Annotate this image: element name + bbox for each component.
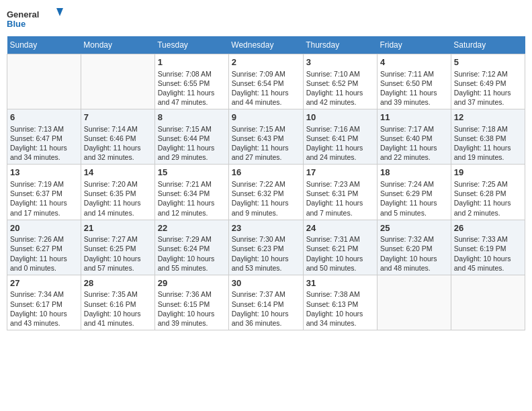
calendar-cell: 9Sunrise: 7:15 AMSunset: 6:43 PMDaylight… bbox=[228, 109, 303, 165]
day-number: 30 bbox=[232, 277, 300, 289]
week-row-1: 6Sunrise: 7:13 AMSunset: 6:47 PMDaylight… bbox=[7, 109, 525, 165]
day-number: 21 bbox=[84, 222, 152, 234]
header-friday: Friday bbox=[377, 36, 451, 54]
logo: General Blue bbox=[7, 7, 67, 31]
day-number: 3 bbox=[306, 56, 374, 68]
header-saturday: Saturday bbox=[451, 36, 525, 54]
cell-info: Sunrise: 7:15 AMSunset: 6:43 PMDaylight:… bbox=[232, 124, 300, 163]
day-number: 5 bbox=[454, 56, 522, 68]
calendar-cell: 23Sunrise: 7:30 AMSunset: 6:23 PMDayligh… bbox=[228, 220, 303, 275]
svg-text:General: General bbox=[7, 9, 39, 19]
week-row-0: 1Sunrise: 7:08 AMSunset: 6:55 PMDaylight… bbox=[7, 54, 525, 109]
calendar-cell: 10Sunrise: 7:16 AMSunset: 6:41 PMDayligh… bbox=[303, 109, 377, 165]
calendar-cell: 24Sunrise: 7:31 AMSunset: 6:21 PMDayligh… bbox=[303, 220, 377, 275]
cell-info: Sunrise: 7:26 AMSunset: 6:27 PMDaylight:… bbox=[10, 234, 78, 273]
calendar-cell: 4Sunrise: 7:11 AMSunset: 6:50 PMDaylight… bbox=[377, 54, 451, 109]
day-number: 27 bbox=[10, 277, 78, 289]
logo-icon: General Blue bbox=[7, 7, 67, 31]
cell-info: Sunrise: 7:18 AMSunset: 6:38 PMDaylight:… bbox=[454, 124, 522, 163]
calendar-cell bbox=[7, 54, 81, 109]
header-wednesday: Wednesday bbox=[228, 36, 303, 54]
cell-info: Sunrise: 7:22 AMSunset: 6:32 PMDaylight:… bbox=[232, 179, 300, 218]
cell-info: Sunrise: 7:20 AMSunset: 6:35 PMDaylight:… bbox=[84, 179, 152, 218]
cell-info: Sunrise: 7:30 AMSunset: 6:23 PMDaylight:… bbox=[232, 234, 300, 273]
day-number: 28 bbox=[84, 277, 152, 289]
day-number: 19 bbox=[454, 167, 522, 179]
cell-info: Sunrise: 7:12 AMSunset: 6:49 PMDaylight:… bbox=[454, 69, 522, 107]
cell-info: Sunrise: 7:27 AMSunset: 6:25 PMDaylight:… bbox=[84, 234, 152, 273]
cell-info: Sunrise: 7:24 AMSunset: 6:29 PMDaylight:… bbox=[380, 179, 448, 218]
calendar-cell: 2Sunrise: 7:09 AMSunset: 6:54 PMDaylight… bbox=[228, 54, 303, 109]
calendar-cell: 31Sunrise: 7:38 AMSunset: 6:13 PMDayligh… bbox=[303, 275, 377, 330]
day-number: 16 bbox=[232, 167, 300, 179]
calendar-cell: 16Sunrise: 7:22 AMSunset: 6:32 PMDayligh… bbox=[228, 165, 303, 220]
day-number: 22 bbox=[158, 222, 226, 234]
cell-info: Sunrise: 7:35 AMSunset: 6:16 PMDaylight:… bbox=[84, 289, 152, 328]
calendar-table: SundayMondayTuesdayWednesdayThursdayFrid… bbox=[7, 36, 525, 330]
calendar-cell: 19Sunrise: 7:25 AMSunset: 6:28 PMDayligh… bbox=[451, 165, 525, 220]
calendar-cell: 21Sunrise: 7:27 AMSunset: 6:25 PMDayligh… bbox=[81, 220, 154, 275]
cell-info: Sunrise: 7:25 AMSunset: 6:28 PMDaylight:… bbox=[454, 179, 522, 218]
cell-info: Sunrise: 7:17 AMSunset: 6:40 PMDaylight:… bbox=[380, 124, 448, 163]
day-number: 24 bbox=[306, 222, 374, 234]
calendar-cell: 30Sunrise: 7:37 AMSunset: 6:14 PMDayligh… bbox=[228, 275, 303, 330]
cell-info: Sunrise: 7:36 AMSunset: 6:15 PMDaylight:… bbox=[158, 289, 226, 328]
cell-info: Sunrise: 7:16 AMSunset: 6:41 PMDaylight:… bbox=[306, 124, 374, 163]
week-row-4: 27Sunrise: 7:34 AMSunset: 6:17 PMDayligh… bbox=[7, 275, 525, 330]
calendar-cell: 28Sunrise: 7:35 AMSunset: 6:16 PMDayligh… bbox=[81, 275, 154, 330]
cell-info: Sunrise: 7:38 AMSunset: 6:13 PMDaylight:… bbox=[306, 289, 374, 328]
day-number: 18 bbox=[380, 167, 448, 179]
header-sunday: Sunday bbox=[7, 36, 81, 54]
day-number: 31 bbox=[306, 277, 374, 289]
day-number: 15 bbox=[158, 167, 226, 179]
day-number: 17 bbox=[306, 167, 374, 179]
calendar-cell: 11Sunrise: 7:17 AMSunset: 6:40 PMDayligh… bbox=[377, 109, 451, 165]
calendar-cell: 29Sunrise: 7:36 AMSunset: 6:15 PMDayligh… bbox=[154, 275, 228, 330]
calendar-cell: 6Sunrise: 7:13 AMSunset: 6:47 PMDaylight… bbox=[7, 109, 81, 165]
day-number: 7 bbox=[84, 111, 152, 124]
cell-info: Sunrise: 7:13 AMSunset: 6:47 PMDaylight:… bbox=[10, 124, 78, 163]
calendar-cell: 14Sunrise: 7:20 AMSunset: 6:35 PMDayligh… bbox=[81, 165, 154, 220]
calendar-cell: 15Sunrise: 7:21 AMSunset: 6:34 PMDayligh… bbox=[154, 165, 228, 220]
calendar-cell: 13Sunrise: 7:19 AMSunset: 6:37 PMDayligh… bbox=[7, 165, 81, 220]
day-number: 9 bbox=[232, 111, 300, 124]
week-row-2: 13Sunrise: 7:19 AMSunset: 6:37 PMDayligh… bbox=[7, 165, 525, 220]
header-monday: Monday bbox=[81, 36, 154, 54]
day-number: 1 bbox=[158, 56, 226, 68]
calendar-cell: 8Sunrise: 7:15 AMSunset: 6:44 PMDaylight… bbox=[154, 109, 228, 165]
header-tuesday: Tuesday bbox=[154, 36, 228, 54]
cell-info: Sunrise: 7:33 AMSunset: 6:19 PMDaylight:… bbox=[454, 234, 522, 273]
calendar-cell: 1Sunrise: 7:08 AMSunset: 6:55 PMDaylight… bbox=[154, 54, 228, 109]
svg-text:Blue: Blue bbox=[7, 19, 26, 29]
day-number: 8 bbox=[158, 111, 226, 124]
cell-info: Sunrise: 7:19 AMSunset: 6:37 PMDaylight:… bbox=[10, 179, 78, 218]
day-number: 13 bbox=[10, 167, 78, 179]
cell-info: Sunrise: 7:10 AMSunset: 6:52 PMDaylight:… bbox=[306, 69, 374, 107]
calendar-cell: 17Sunrise: 7:23 AMSunset: 6:31 PMDayligh… bbox=[303, 165, 377, 220]
calendar-cell bbox=[377, 275, 451, 330]
calendar-cell: 12Sunrise: 7:18 AMSunset: 6:38 PMDayligh… bbox=[451, 109, 525, 165]
day-number: 2 bbox=[232, 56, 300, 68]
cell-info: Sunrise: 7:32 AMSunset: 6:20 PMDaylight:… bbox=[380, 234, 448, 273]
cell-info: Sunrise: 7:15 AMSunset: 6:44 PMDaylight:… bbox=[158, 124, 226, 163]
day-number: 14 bbox=[84, 167, 152, 179]
header-thursday: Thursday bbox=[303, 36, 377, 54]
calendar-cell: 22Sunrise: 7:29 AMSunset: 6:24 PMDayligh… bbox=[154, 220, 228, 275]
calendar-cell bbox=[81, 54, 154, 109]
calendar-cell: 7Sunrise: 7:14 AMSunset: 6:46 PMDaylight… bbox=[81, 109, 154, 165]
calendar-cell: 18Sunrise: 7:24 AMSunset: 6:29 PMDayligh… bbox=[377, 165, 451, 220]
cell-info: Sunrise: 7:34 AMSunset: 6:17 PMDaylight:… bbox=[10, 289, 78, 328]
day-number: 26 bbox=[454, 222, 522, 234]
week-row-3: 20Sunrise: 7:26 AMSunset: 6:27 PMDayligh… bbox=[7, 220, 525, 275]
page-header: General Blue bbox=[7, 7, 525, 31]
cell-info: Sunrise: 7:14 AMSunset: 6:46 PMDaylight:… bbox=[84, 124, 152, 163]
day-number: 25 bbox=[380, 222, 448, 234]
day-number: 20 bbox=[10, 222, 78, 234]
day-number: 4 bbox=[380, 56, 448, 68]
cell-info: Sunrise: 7:31 AMSunset: 6:21 PMDaylight:… bbox=[306, 234, 374, 273]
day-number: 23 bbox=[232, 222, 300, 234]
calendar-cell: 26Sunrise: 7:33 AMSunset: 6:19 PMDayligh… bbox=[451, 220, 525, 275]
calendar-cell: 25Sunrise: 7:32 AMSunset: 6:20 PMDayligh… bbox=[377, 220, 451, 275]
cell-info: Sunrise: 7:37 AMSunset: 6:14 PMDaylight:… bbox=[232, 289, 300, 328]
day-number: 10 bbox=[306, 111, 374, 124]
